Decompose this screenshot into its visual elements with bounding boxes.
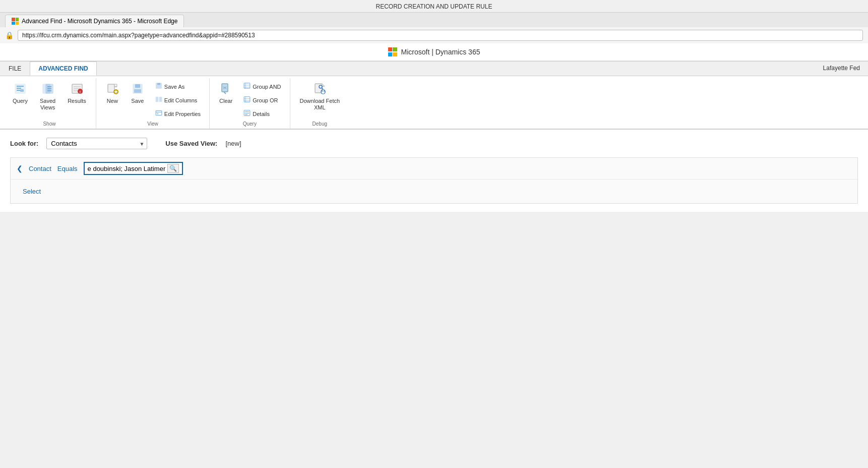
results-label: Results [68,98,86,104]
edit-columns-label: Edit Columns [164,97,197,103]
show-group-items: Query SavedViews [8,80,91,120]
query-button[interactable]: Query [8,80,32,107]
clear-button[interactable]: Clear [215,80,237,107]
browser-chrome: Advanced Find - Microsoft Dynamics 365 -… [0,13,868,62]
dynamics-header: Microsoft | Dynamics 365 [0,43,868,61]
edit-properties-label: Edit Properties [164,111,201,117]
ribbon-group-debug: Download FetchXML Debug [290,78,350,129]
edit-columns-button[interactable]: Edit Columns [152,94,204,106]
ribbon-tabs: FILE ADVANCED FIND Lafayette Fed [0,62,868,76]
debug-group-items: Download FetchXML [295,80,345,120]
browser-tab[interactable]: Advanced Find - Microsoft Dynamics 365 -… [5,15,184,27]
filter-value-box: e doubinski; Jason Latimer 🔍 [84,162,183,175]
download-fetch-xml-label: Download FetchXML [300,98,340,111]
edit-columns-icon [155,96,162,104]
svg-rect-28 [156,97,158,101]
address-bar[interactable]: https://lfcu.crm.dynamics.com/main.aspx?… [18,30,863,41]
svg-rect-33 [157,113,159,114]
saved-view-value: [new] [225,140,241,147]
svg-rect-41 [244,97,250,102]
ribbon-user: Lafayette Fed [815,62,868,76]
new-button[interactable]: New [101,80,123,107]
ms-logo-sm [12,18,19,25]
svg-rect-31 [156,110,162,115]
details-button[interactable]: Details [240,107,284,120]
filter-operator-equals[interactable]: Equals [57,165,78,172]
save-as-icon [155,82,162,91]
title-bar: RECORD CREATION AND UPDATE RULE [0,0,868,13]
save-as-button[interactable]: Save As [152,80,204,93]
address-bar-row: 🔒 https://lfcu.crm.dynamics.com/main.asp… [0,27,868,43]
group-and-label: Group AND [253,84,281,90]
svg-rect-37 [244,83,250,89]
browser-tab-bar: Advanced Find - Microsoft Dynamics 365 -… [0,13,868,27]
ribbon-group-show: Query SavedViews [3,78,96,129]
query-group-label: Query [215,120,285,129]
saved-views-icon [42,83,54,97]
show-group-label: Show [8,120,91,129]
query-label: Query [13,98,28,104]
filter-field-contact[interactable]: Contact [29,165,51,172]
ribbon: FILE ADVANCED FIND Lafayette Fed [0,62,868,130]
query-small-buttons: Group AND Group OR [240,80,284,120]
details-label: Details [253,111,270,117]
filter-value-text: e doubinski; Jason Latimer [88,165,166,172]
query-group-items: Clear Group AND [215,80,285,120]
svg-rect-24 [135,84,140,88]
saved-view-label: Use Saved View: [165,140,217,147]
clear-label: Clear [219,98,232,104]
select-link[interactable]: Select [17,184,47,199]
view-small-buttons: Save As Edit Columns [152,80,204,120]
filter-row: ❮ Contact Equals e doubinski; Jason Lati… [11,158,857,180]
svg-rect-16 [108,84,114,92]
svg-rect-4 [20,89,24,92]
filter-area: ❮ Contact Equals e doubinski; Jason Lati… [10,157,858,204]
save-as-label: Save As [164,84,184,90]
group-or-icon [243,96,251,104]
view-group-label: View [101,120,204,129]
group-and-icon [243,82,251,91]
ribbon-group-query: Clear Group AND [210,78,290,129]
download-fetch-xml-icon [314,83,326,97]
group-and-button[interactable]: Group AND [240,80,284,93]
save-button[interactable]: Save [127,80,149,107]
results-icon: ! [71,83,83,97]
new-label: New [107,98,118,104]
dynamics-brand: Microsoft | Dynamics 365 [401,48,480,56]
tab-file[interactable]: FILE [0,62,30,76]
tab-advanced-find[interactable]: ADVANCED FIND [30,62,96,76]
main-content: Look for: Contacts Accounts Leads Opport… [0,130,868,212]
look-for-select[interactable]: Contacts Accounts Leads Opportunities [46,138,147,149]
results-button[interactable]: ! Results [63,80,91,107]
saved-views-button[interactable]: SavedViews [35,80,60,113]
lock-icon: 🔒 [5,31,14,39]
download-fetch-xml-button[interactable]: Download FetchXML [295,80,345,113]
ribbon-group-view: New Save [96,78,210,129]
expand-button[interactable]: ❮ [17,164,23,172]
edit-properties-button[interactable]: Edit Properties [152,107,204,120]
svg-text:!: ! [79,90,80,94]
look-for-select-wrapper: Contacts Accounts Leads Opportunities [46,138,147,149]
clear-icon [220,83,232,97]
ms-logo-lg [388,47,397,56]
save-icon [132,83,144,97]
select-row: Select [11,180,857,203]
details-icon [243,109,251,118]
tab-title: Advanced Find - Microsoft Dynamics 365 -… [22,18,177,25]
debug-group-label: Debug [295,120,345,129]
group-or-label: Group OR [253,97,278,103]
group-or-button[interactable]: Group OR [240,94,284,106]
saved-views-label: SavedViews [40,98,55,111]
query-icon [14,83,26,97]
edit-properties-icon [155,109,162,118]
svg-rect-25 [134,89,141,93]
title-bar-text: RECORD CREATION AND UPDATE RULE [376,3,492,10]
save-label: Save [131,98,144,104]
ribbon-content: Query SavedViews [0,76,868,129]
look-for-row: Look for: Contacts Accounts Leads Opport… [10,138,858,149]
new-icon [106,83,118,97]
filter-search-button[interactable]: 🔍 [167,164,179,173]
svg-rect-27 [157,83,160,85]
svg-rect-29 [159,97,162,101]
look-for-label: Look for: [10,140,38,147]
